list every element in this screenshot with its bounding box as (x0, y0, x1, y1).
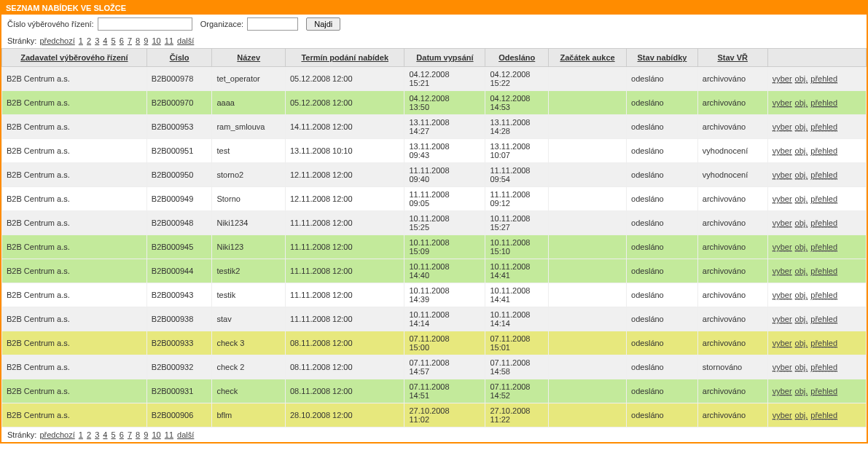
action-vyber[interactable]: vyber (773, 243, 792, 252)
col-stav-nab[interactable]: Stav nabídky (638, 53, 687, 62)
action-prehled[interactable]: přehled (810, 98, 837, 108)
organization-input[interactable] (247, 17, 298, 31)
action-obj[interactable]: obj. (795, 387, 808, 396)
action-obj[interactable]: obj. (795, 194, 808, 204)
cell-zadavatel: B2B Centrum a.s. (2, 379, 147, 403)
action-vyber[interactable]: vyber (773, 98, 792, 108)
pager-page[interactable]: 1 (79, 430, 83, 439)
action-vyber[interactable]: vyber (773, 170, 792, 180)
action-obj[interactable]: obj. (795, 98, 808, 108)
col-stav-vr[interactable]: Stav VŘ (717, 53, 748, 62)
action-vyber[interactable]: vyber (773, 218, 792, 228)
action-obj[interactable]: obj. (795, 363, 808, 372)
action-prehled[interactable]: přehled (810, 363, 837, 372)
cell-vypsani: 04.12.200813:50 (404, 91, 485, 115)
col-zadavatel[interactable]: Zadavatel výběrového řízení (20, 53, 128, 62)
pager-next[interactable]: další (177, 430, 194, 439)
cell-cislo: B2B000978 (146, 67, 212, 91)
action-obj[interactable]: obj. (795, 170, 808, 180)
pager-page[interactable]: 8 (136, 36, 140, 45)
cell-odeslano: 10.11.200815:27 (485, 211, 549, 235)
pager-page[interactable]: 10 (152, 430, 160, 439)
action-prehled[interactable]: přehled (810, 291, 837, 300)
cell-cislo: B2B000938 (146, 307, 212, 331)
pager-page[interactable]: 8 (136, 430, 140, 439)
action-obj[interactable]: obj. (795, 146, 808, 156)
pager-page[interactable]: 4 (103, 430, 107, 439)
action-obj[interactable]: obj. (795, 218, 808, 228)
action-prehled[interactable]: přehled (810, 218, 837, 228)
cell-actions: vyberobj.přehled (767, 379, 866, 403)
cell-termin: 12.11.2008 12:00 (285, 163, 404, 187)
action-vyber[interactable]: vyber (773, 387, 792, 396)
pager-page[interactable]: 10 (152, 36, 160, 45)
tender-number-input[interactable] (98, 17, 192, 31)
pager-page[interactable]: 6 (120, 430, 124, 439)
cell-cislo: B2B000948 (146, 211, 212, 235)
action-vyber[interactable]: vyber (773, 339, 792, 348)
action-prehled[interactable]: přehled (810, 122, 837, 132)
table-body: B2B Centrum a.s.B2B000978tet_operator05.… (2, 67, 867, 427)
pager-prev[interactable]: předchozí (39, 430, 74, 439)
cell-nazev: test (212, 139, 286, 163)
col-odeslano[interactable]: Odesláno (498, 53, 535, 62)
action-vyber[interactable]: vyber (773, 411, 792, 420)
pager-page[interactable]: 9 (144, 36, 148, 45)
cell-cislo: B2B000906 (146, 403, 212, 427)
action-vyber[interactable]: vyber (773, 194, 792, 204)
pager-page[interactable]: 11 (165, 430, 173, 439)
col-nazev[interactable]: Název (237, 53, 260, 62)
col-cislo[interactable]: Číslo (170, 53, 189, 62)
pager-page[interactable]: 9 (144, 430, 148, 439)
pager-next[interactable]: další (177, 36, 194, 45)
action-obj[interactable]: obj. (795, 291, 808, 300)
action-prehled[interactable]: přehled (810, 387, 837, 396)
pager-page[interactable]: 6 (120, 36, 124, 45)
pager-page[interactable]: 11 (165, 36, 173, 45)
pager-page[interactable]: 5 (112, 36, 116, 45)
pager-page[interactable]: 1 (79, 36, 83, 45)
action-vyber[interactable]: vyber (773, 74, 792, 84)
action-prehled[interactable]: přehled (810, 315, 837, 324)
action-vyber[interactable]: vyber (773, 315, 792, 324)
action-obj[interactable]: obj. (795, 339, 808, 348)
action-prehled[interactable]: přehled (810, 267, 837, 276)
action-vyber[interactable]: vyber (773, 146, 792, 156)
pager-page[interactable]: 2 (87, 36, 91, 45)
action-prehled[interactable]: přehled (810, 74, 837, 84)
cell-zadavatel: B2B Centrum a.s. (2, 163, 147, 187)
action-obj[interactable]: obj. (795, 243, 808, 252)
cell-vypsani: 13.11.200809:43 (404, 139, 485, 163)
action-obj[interactable]: obj. (795, 122, 808, 132)
action-prehled[interactable]: přehled (810, 194, 837, 204)
pager-page[interactable]: 7 (128, 36, 132, 45)
table-row: B2B Centrum a.s.B2B000978tet_operator05.… (2, 67, 867, 91)
action-obj[interactable]: obj. (795, 74, 808, 84)
pager-page[interactable]: 3 (95, 430, 99, 439)
col-termin[interactable]: Termín podání nabídek (301, 53, 388, 62)
action-obj[interactable]: obj. (795, 267, 808, 276)
col-vypsani[interactable]: Datum vypsání (416, 53, 473, 62)
col-aukce[interactable]: Začátek aukce (560, 53, 614, 62)
action-vyber[interactable]: vyber (773, 267, 792, 276)
action-prehled[interactable]: přehled (810, 170, 837, 180)
action-prehled[interactable]: přehled (810, 243, 837, 252)
action-prehled[interactable]: přehled (810, 339, 837, 348)
action-obj[interactable]: obj. (795, 315, 808, 324)
action-vyber[interactable]: vyber (773, 363, 792, 372)
action-vyber[interactable]: vyber (773, 122, 792, 132)
action-prehled[interactable]: přehled (810, 411, 837, 420)
find-button[interactable]: Najdi (306, 17, 340, 31)
table-row: B2B Centrum a.s.B2B000944testik211.11.20… (2, 259, 867, 283)
pager-page[interactable]: 4 (103, 36, 107, 45)
pager-page[interactable]: 5 (112, 430, 116, 439)
action-vyber[interactable]: vyber (773, 291, 792, 300)
pager-prev[interactable]: předchozí (39, 36, 74, 45)
cell-aukce (548, 235, 626, 259)
cell-actions: vyberobj.přehled (767, 67, 866, 91)
action-prehled[interactable]: přehled (810, 146, 837, 156)
pager-page[interactable]: 2 (87, 430, 91, 439)
pager-page[interactable]: 7 (128, 430, 132, 439)
pager-page[interactable]: 3 (95, 36, 99, 45)
action-obj[interactable]: obj. (795, 411, 808, 420)
